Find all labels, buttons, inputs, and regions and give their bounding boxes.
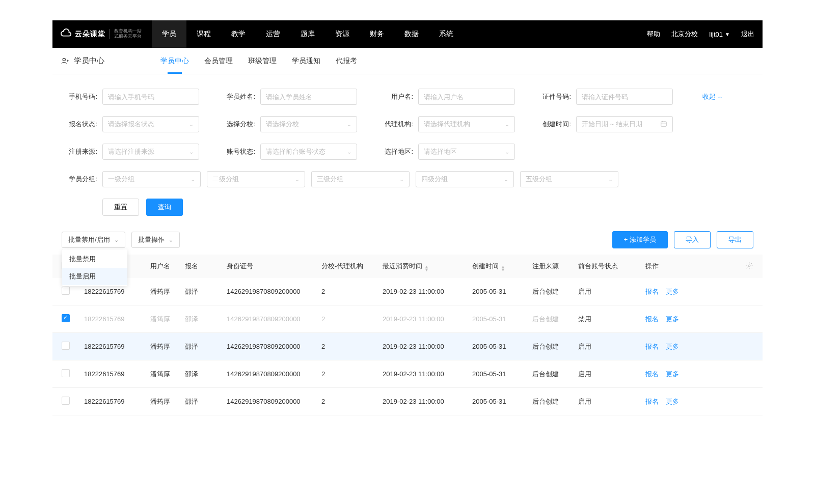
chevron-up-icon: ︿ [718, 93, 723, 100]
more-link[interactable]: 更多 [666, 287, 679, 296]
signup-link[interactable]: 报名 [645, 342, 659, 351]
username-input[interactable] [418, 89, 515, 105]
topnav-item-system[interactable]: 系统 [429, 20, 464, 48]
source-select[interactable]: 请选择注册来源⌄ [102, 144, 199, 160]
subnav-title: 学员中心 [61, 56, 104, 66]
sort-icon: ▲▼ [501, 265, 505, 271]
cell-status: 启用 [578, 370, 645, 379]
branch-select[interactable]: 请选择分校⌄ [260, 116, 357, 132]
subnav-item-class[interactable]: 班级管理 [248, 48, 277, 74]
cell-consume: 2019-02-23 11:00:00 [383, 288, 472, 295]
batch-op-dropdown[interactable]: 批量操作⌄ [131, 232, 180, 248]
import-button[interactable]: 导入 [674, 231, 711, 248]
subnav-item-notify[interactable]: 学员通知 [292, 48, 320, 74]
topnav-item-bank[interactable]: 题库 [290, 20, 325, 48]
collapse-link[interactable]: 收起︿ [702, 92, 723, 101]
cell-branch: 2 [321, 315, 383, 323]
topnav-item-operate[interactable]: 运营 [256, 20, 290, 48]
help-link[interactable]: 帮助 [647, 30, 660, 39]
group-select-4[interactable]: 四级分组⌄ [416, 171, 514, 187]
more-link[interactable]: 更多 [666, 397, 679, 406]
filters: 手机号码: 学员姓名: 用户名: 证件号码: 收起︿ 报名状态: 请选择 [52, 74, 763, 225]
signup-link[interactable]: 报名 [645, 287, 659, 296]
topnav-item-course[interactable]: 课程 [186, 20, 221, 48]
cell-create: 2005-05-31 [472, 343, 532, 350]
more-link[interactable]: 更多 [666, 370, 679, 379]
subnav-item-exam[interactable]: 代报考 [336, 48, 357, 74]
cell-consume: 2019-02-23 11:00:00 [383, 315, 472, 323]
branch-label[interactable]: 北京分校 [671, 30, 698, 39]
signup-select[interactable]: 请选择报名状态⌄ [102, 116, 199, 132]
more-link[interactable]: 更多 [666, 342, 679, 351]
source-label: 注册来源: [62, 147, 97, 156]
group-select-3[interactable]: 三级分组⌄ [311, 171, 410, 187]
topnav-items: 学员 课程 教学 运营 题库 资源 财务 数据 系统 [152, 20, 464, 48]
chevron-down-icon: ⌄ [608, 176, 613, 183]
createtime-label: 创建时间: [535, 120, 571, 129]
header-action: 操作 [645, 262, 740, 271]
signup-link[interactable]: 报名 [645, 370, 659, 379]
row-checkbox[interactable] [62, 287, 70, 295]
cell-create: 2005-05-31 [472, 398, 532, 405]
chevron-down-icon: ⌄ [295, 176, 300, 183]
agent-select[interactable]: 请选择代理机构⌄ [418, 116, 515, 132]
more-link[interactable]: 更多 [666, 315, 679, 324]
chevron-down-icon: ⌄ [504, 176, 508, 183]
topnav-item-resource[interactable]: 资源 [325, 20, 360, 48]
batch-disable-item[interactable]: 批量禁用 [62, 250, 127, 268]
logo-subtitle: 教育机构一站式服务云平台 [110, 29, 142, 39]
subnav-item-center[interactable]: 学员中心 [160, 48, 189, 74]
topnav-item-data[interactable]: 数据 [394, 20, 429, 48]
row-checkbox[interactable] [62, 397, 70, 405]
row-checkbox[interactable] [62, 369, 70, 377]
signup-label: 报名状态: [62, 120, 97, 129]
add-student-button[interactable]: + 添加学员 [612, 231, 668, 248]
cell-source: 后台创建 [532, 315, 578, 324]
group-select-1[interactable]: 一级分组⌄ [102, 171, 201, 187]
group-select-5[interactable]: 五级分组⌄ [520, 171, 618, 187]
header-branch: 分校-代理机构 [321, 262, 383, 271]
signup-link[interactable]: 报名 [645, 397, 659, 406]
search-button[interactable]: 查询 [146, 199, 183, 216]
cell-source: 后台创建 [532, 397, 578, 406]
logo[interactable]: 云朵课堂 教育机构一站式服务云平台 [61, 29, 142, 40]
subnav-item-member[interactable]: 会员管理 [204, 48, 233, 74]
batch-toggle-menu: 批量禁用 批量启用 [62, 249, 127, 286]
createtime-range[interactable]: 开始日期 ~ 结束日期 [576, 116, 673, 132]
phone-input[interactable] [102, 89, 199, 105]
topnav-item-student[interactable]: 学员 [152, 20, 186, 48]
acctstatus-select[interactable]: 请选择前台账号状态⌄ [260, 144, 357, 160]
chevron-down-icon: ⌄ [189, 121, 194, 128]
cell-phone: 18222615769 [84, 315, 150, 323]
chevron-down-icon: ⌄ [189, 149, 194, 155]
sort-icon: ▲▼ [424, 265, 429, 271]
phone-label: 手机号码: [62, 92, 97, 101]
group-select-2[interactable]: 二级分组⌄ [207, 171, 305, 187]
caret-down-icon: ▼ [725, 32, 730, 37]
header-consume[interactable]: 最近消费时间▲▼ [383, 262, 472, 271]
name-input[interactable] [260, 89, 357, 105]
export-button[interactable]: 导出 [717, 231, 753, 248]
header-create[interactable]: 创建时间▲▼ [472, 262, 532, 271]
reset-button[interactable]: 重置 [102, 199, 139, 216]
gear-icon[interactable] [745, 264, 753, 271]
cell-phone: 18222615769 [84, 370, 150, 378]
idcard-input[interactable] [576, 89, 673, 105]
cell-id: 14262919870809200000 [227, 315, 321, 323]
signup-link[interactable]: 报名 [645, 315, 659, 324]
cell-user: 潘筠厚 [150, 287, 185, 296]
table-row: 18222615769潘筠厚邵泽142629198708092000002201… [52, 333, 763, 360]
row-checkbox[interactable] [62, 342, 70, 350]
user-icon [61, 57, 70, 66]
chevron-down-icon: ⌄ [505, 121, 509, 128]
cell-report: 邵泽 [185, 397, 227, 406]
row-checkbox[interactable] [62, 314, 70, 322]
topnav-item-teach[interactable]: 教学 [221, 20, 256, 48]
exit-link[interactable]: 退出 [741, 30, 754, 39]
batch-toggle-dropdown[interactable]: 批量禁用/启用⌄ 批量禁用 批量启用 [62, 232, 125, 248]
topnav-item-finance[interactable]: 财务 [360, 20, 394, 48]
region-select[interactable]: 请选择地区⌄ [418, 144, 515, 160]
user-dropdown[interactable]: lijt01▼ [709, 31, 730, 38]
cell-phone: 18222615769 [84, 398, 150, 405]
batch-enable-item[interactable]: 批量启用 [62, 268, 127, 285]
